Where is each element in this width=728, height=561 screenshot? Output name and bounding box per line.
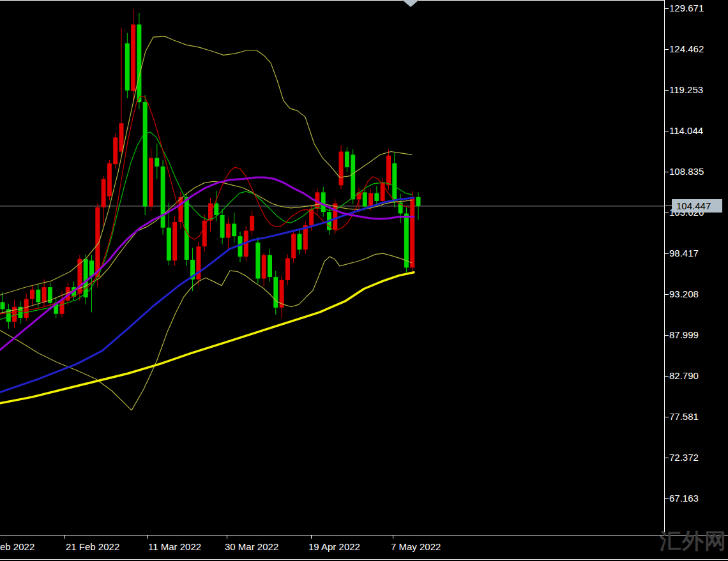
price-axis-label: 119.253 (669, 85, 703, 95)
price-axis-label: 129.671 (669, 3, 704, 13)
candle-bear (268, 255, 272, 277)
bollinger-lower (0, 253, 412, 410)
time-axis-label: 21 Feb 2022 (66, 541, 119, 552)
price-axis-tick (664, 49, 669, 50)
candle-bear (404, 214, 409, 268)
price-axis-label: 93.208 (669, 289, 699, 299)
price-axis-label: 77.581 (669, 412, 699, 422)
candle-bear (298, 234, 302, 250)
price-axis-tick (664, 376, 669, 377)
price-axis-label: 124.462 (669, 44, 704, 54)
window-bottom-border (0, 559, 728, 560)
candle-bear (232, 224, 236, 237)
candle-bear (125, 43, 130, 91)
price-axis-tick (664, 90, 669, 91)
candle-bear (351, 154, 355, 199)
candle-bear (1, 302, 5, 309)
candle-bear (220, 215, 225, 238)
bollinger-upper (0, 36, 412, 295)
current-price-tick (664, 206, 672, 206)
price-axis-tick (664, 458, 669, 458)
time-axis-label: 19 Apr 2022 (308, 541, 360, 552)
candle-bear (255, 243, 260, 279)
candle-bull (285, 258, 290, 280)
candle-bull (113, 137, 118, 164)
candle-bull (30, 290, 34, 299)
time-axis-label: 30 Mar 2022 (225, 541, 278, 552)
candle-bull (42, 287, 47, 302)
ma-red (0, 96, 414, 314)
watermark: 汇外网 (660, 527, 727, 556)
candle-bear (374, 193, 379, 201)
price-axis-tick (664, 498, 669, 499)
price-axis-label: 87.999 (669, 330, 699, 340)
candle-bull (179, 197, 183, 222)
down-triangle-icon[interactable] (402, 0, 419, 7)
price-axis-tick (664, 172, 669, 172)
time-axis-label: 7 May 2022 (391, 541, 441, 552)
candle-bull (172, 222, 177, 260)
candle-bear (363, 192, 367, 206)
candle-bear (416, 197, 421, 206)
candle-bear (137, 24, 141, 102)
candle-bear (36, 290, 40, 303)
candle-bull (107, 163, 112, 197)
price-axis-tick (664, 417, 669, 417)
candle-bull (60, 301, 64, 314)
candle-bull (119, 123, 124, 151)
chart-top-border (0, 0, 665, 1)
time-axis-tick (147, 535, 148, 539)
price-axis-label: 98.417 (669, 248, 699, 258)
candle-bear (167, 228, 171, 261)
time-axis-tick (311, 535, 312, 539)
candle-bull (262, 255, 266, 279)
price-axis-tick (664, 253, 669, 254)
price-axis-label: 72.372 (669, 453, 699, 463)
candle-bull (368, 193, 373, 207)
price-axis-label: 67.163 (669, 493, 699, 504)
time-axis-tick (64, 535, 64, 539)
current-price-badge: 104.447 (672, 199, 722, 213)
price-axis-tick (664, 8, 669, 9)
time-axis-tick (393, 535, 393, 539)
candle-bear (155, 158, 159, 167)
candle-bull (291, 234, 296, 258)
candle-bull (226, 224, 231, 238)
price-axis-label: 114.044 (669, 126, 703, 136)
price-axis-tick (664, 213, 669, 213)
time-axis-tick (227, 535, 227, 539)
ma-purple (0, 177, 414, 350)
time-axis-border (0, 535, 728, 535)
price-axis-tick (664, 294, 669, 295)
candle-bull (102, 179, 106, 207)
candle-bull (202, 221, 207, 247)
candle-bull (149, 158, 153, 206)
candlestick-chart[interactable] (0, 0, 728, 561)
price-axis-tick (664, 335, 669, 336)
candle-bull (131, 24, 135, 91)
price-axis-tick (664, 131, 669, 131)
time-axis-label: eb 2022 (0, 541, 34, 552)
candle-bull (333, 204, 337, 230)
candle-bull (386, 156, 391, 186)
candle-bull (12, 307, 17, 322)
price-axis-border (664, 0, 665, 535)
candle-bear (345, 151, 349, 167)
candle-bear (161, 167, 165, 228)
mt4-chart-window: 129.671124.462119.253114.044108.835103.6… (0, 0, 728, 561)
candle-bull (339, 151, 344, 185)
candle-bear (273, 277, 278, 308)
price-axis-label: 82.790 (669, 371, 699, 381)
candle-bull (250, 216, 254, 230)
price-axis-label: 108.835 (669, 167, 704, 177)
candle-bull (24, 299, 29, 317)
candle-bear (89, 260, 94, 276)
time-axis-label: 11 Mar 2022 (148, 541, 201, 552)
candle-bear (214, 204, 218, 215)
candle-bear (143, 102, 148, 206)
candle-bear (392, 163, 397, 202)
